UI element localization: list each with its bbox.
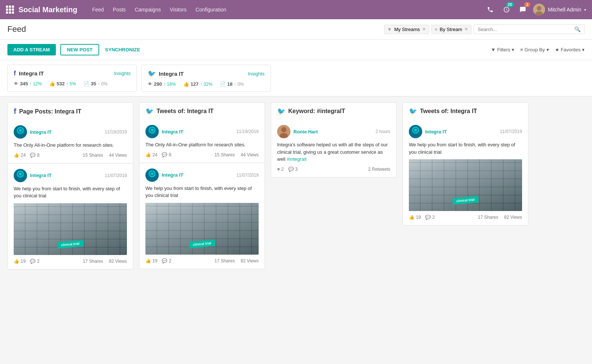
stream-header-fb-page: f Page Posts: Integra IT [7,102,133,120]
insight-tw-name: Integra IT [159,71,184,77]
fb-posts-trend: ↑ 0% [98,81,108,86]
streams-area: f Page Posts: Integra IT [0,96,592,318]
search-box[interactable]: 🔍 [474,24,585,34]
comment-count: 3 [295,167,298,172]
author-avatar [409,125,422,138]
author-name[interactable]: Integra IT [162,129,184,135]
like-icon[interactable]: 👍 [145,258,151,263]
post-footer: 👍 19 💬 2 17 Shares 82 Views [14,259,127,264]
author-name[interactable]: Integra IT [162,172,184,178]
my-streams-filter[interactable]: ▼ My Streams ✕ [384,25,429,34]
synchronize-button[interactable]: SYNCHRONIZE [104,44,142,55]
new-post-button[interactable]: NEW POST [60,44,99,55]
author-name[interactable]: Ronie Hart [293,129,318,135]
heart-icon[interactable]: ♥ [277,167,280,172]
svg-point-1 [537,6,541,10]
fb-posts: 35 [91,81,96,86]
comment-icon[interactable]: 💬 [30,259,36,264]
posts-icon: 📄 [83,81,89,86]
app-grid-icon[interactable] [6,6,14,14]
stream-title-tw-keyword: Keyword: #integralT [288,108,345,115]
top-nav: Social Marketing Feed Posts Campaigns Vi… [0,0,592,19]
fb-likes-trend: ↑ 5% [66,81,76,86]
insight-tw-link[interactable]: Insights [248,71,265,76]
filters-btn[interactable]: ▼ Filters ▾ [491,47,514,52]
shares: 17 Shares [478,215,498,220]
post-card: Integra IT 11/07/2019 We help you from s… [7,163,133,269]
right-icons: 20 2 Mitchell Admin ▾ [484,4,586,16]
nav-configuration[interactable]: Configuration [195,7,226,13]
tw-posts: 18 [227,81,232,87]
likes-stat: 👍 24 [14,153,26,158]
group-by-btn[interactable]: ≡ Group By ▾ [520,47,549,52]
stream-column-tw-2: 🐦 Tweets of: Integra IT [403,102,528,312]
nav-visitors[interactable]: Visitors [170,7,187,13]
comment-icon[interactable]: 💬 [288,167,294,172]
views: 82 Views [109,259,127,264]
like-count: 19 [416,215,421,220]
comment-icon[interactable]: 💬 [162,152,167,157]
post-author: Integra IT [14,125,52,139]
post-text: We help you from start to finish, with e… [409,141,522,156]
by-stream-close[interactable]: ✕ [464,27,468,32]
author-name[interactable]: Integra IT [30,173,52,178]
comment-icon[interactable]: 💬 [425,215,431,220]
stream-posts-tw-keyword: Ronie Hart 2 hours Integra's software he… [271,120,397,177]
by-stream-label: By Stream [440,27,462,32]
fb-views-trend: ↑ 12% [30,81,42,86]
fb-likes: 532 [57,81,65,86]
comments-stat: 💬 8 [30,153,40,158]
clock-icon[interactable]: 20 [501,4,512,16]
my-streams-close[interactable]: ✕ [422,27,426,32]
phone-icon[interactable] [484,4,496,16]
hashtag-link[interactable]: #integrait [287,156,306,162]
like-icon[interactable]: 👍 [409,215,414,220]
post-date: 2 hours [376,129,390,134]
search-input[interactable] [478,27,574,32]
chat-badge: 2 [524,2,530,7]
retweets: 2 Retweets [368,167,390,172]
author-name[interactable]: Integra IT [30,129,52,135]
nav-campaigns[interactable]: Campaigns [135,7,161,13]
tw-posts-icon: 📄 [220,81,226,87]
user-menu[interactable]: Mitchell Admin ▾ [533,4,586,16]
comment-count: 2 [169,258,171,263]
stream-posts-tw-2: Integra IT 11/07/2019 We help you from s… [403,120,528,225]
svg-point-20 [414,129,417,132]
like-icon[interactable]: 👍 [145,152,151,157]
add-stream-button[interactable]: ADD A STREAM [7,44,56,55]
stream-posts-fb-page: Integra IT 11/19/2019 The Only All-in-On… [7,120,133,269]
favorites-chevron: ▾ [582,47,585,52]
by-stream-filter[interactable]: ≡ By Stream ✕ [431,25,471,34]
svg-point-11 [151,129,154,132]
feed-title: Feed [7,24,384,34]
like-count: 24 [21,153,26,158]
insight-fb-link[interactable]: Insights [114,71,131,76]
post-card: Integra IT 11/19/2019 The Only All-in-On… [7,120,133,163]
search-icon[interactable]: 🔍 [574,26,581,32]
app-title: Social Marketing [18,6,77,14]
like-count: 19 [21,259,26,264]
post-date: 11/19/2019 [236,129,259,134]
like-count: 19 [152,258,157,263]
favorites-btn[interactable]: ★ Favorites ▾ [555,47,585,52]
facebook-icon: f [14,69,16,77]
comment-count: 8 [169,152,171,157]
nav-posts[interactable]: Posts [113,7,126,13]
my-streams-label: My Streams [394,27,420,32]
nav-feed[interactable]: Feed [92,7,104,13]
likes-icon: 👍 [49,81,55,86]
post-text: We help you from start to finish, with e… [14,185,127,200]
like-icon[interactable]: 👍 [14,153,19,158]
clock-badge: 20 [506,2,514,7]
post-date: 11/07/2019 [500,129,522,134]
stream-column-tw-keyword: 🐦 Keyword: #integralT [271,102,397,312]
filter-funnel-icon: ▼ [387,27,392,32]
stream-header-tw-1: 🐦 Tweets of: Integra IT [139,102,265,120]
author-name[interactable]: Integra IT [425,129,447,135]
comment-icon[interactable]: 💬 [162,258,167,263]
chat-icon[interactable]: 2 [517,4,529,16]
comment-icon[interactable]: 💬 [30,153,36,158]
like-icon[interactable]: 👍 [14,259,19,264]
insight-tw-stats: 👁 290 ↑ 18% 👍 127 ↑ 32% 📄 18 ↑ 0% [148,81,265,87]
